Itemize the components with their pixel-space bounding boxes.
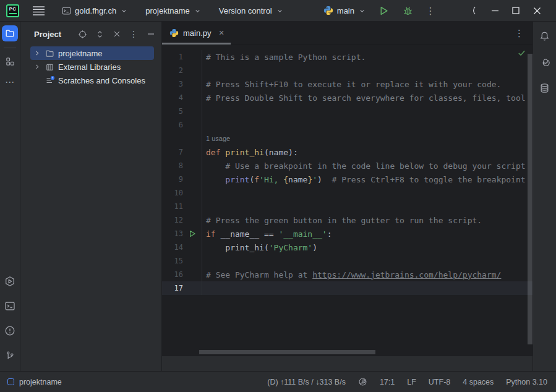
inspection-ok-icon[interactable] [517, 48, 526, 58]
locate-icon[interactable] [78, 30, 87, 39]
maximize-button[interactable] [505, 7, 526, 14]
editor-gutter[interactable]: 8 [162, 159, 202, 173]
editor-gutter[interactable]: 14 [162, 241, 202, 254]
chevron-right-icon[interactable] [33, 62, 41, 72]
code-text[interactable] [202, 186, 532, 200]
code-text[interactable]: # Press Double Shift to search everywher… [202, 91, 532, 104]
hide-panel-icon[interactable] [147, 30, 155, 38]
run-line-icon[interactable] [183, 230, 202, 237]
crescent-icon[interactable] [463, 6, 484, 15]
modules-icon[interactable] [2, 53, 18, 69]
code-line[interactable]: 10 [162, 186, 532, 200]
editor-viewport[interactable]: 1# This is a sample Python script.23# Pr… [162, 45, 532, 356]
code-line[interactable]: 5 [162, 104, 532, 118]
code-text[interactable] [202, 254, 532, 268]
transfer-speed-widget[interactable]: (D) ↑111 B/s / ↓313 B/s [267, 378, 346, 386]
code-text[interactable]: print(f'Hi, {name}') # Press Ctrl+F8 to … [202, 173, 532, 186]
editor-gutter[interactable]: 15 [162, 254, 202, 268]
editor-gutter[interactable]: 13 [162, 227, 202, 241]
indent-widget[interactable]: 4 spaces [463, 378, 494, 386]
editor-gutter[interactable]: 11 [162, 200, 202, 213]
status-project-widget[interactable]: projektname [7, 378, 62, 386]
encoding-widget[interactable]: UTF-8 [429, 378, 450, 386]
chevron-right-icon[interactable] [33, 48, 41, 58]
run-config-selector[interactable]: main [320, 3, 370, 18]
code-line[interactable]: 2 [162, 64, 532, 77]
editor-gutter[interactable]: 17 [162, 281, 202, 295]
tab-main-py[interactable]: main.py ✕ [162, 22, 231, 45]
code-line[interactable]: 13if __name__ == '__main__': [162, 227, 532, 241]
code-text[interactable] [202, 118, 532, 132]
database-icon[interactable] [537, 80, 553, 96]
code-line[interactable]: 8 # Use a breakpoint in the code line be… [162, 159, 532, 173]
line-ending-widget[interactable]: LF [407, 378, 416, 386]
problems-icon[interactable] [2, 323, 18, 339]
close-button[interactable] [526, 7, 547, 15]
code-text[interactable]: # Press the green button in the gutter t… [202, 213, 532, 227]
code-text[interactable] [202, 64, 532, 77]
code-text[interactable] [202, 104, 532, 118]
expand-collapse-icon[interactable] [95, 30, 105, 39]
debug-button[interactable] [399, 3, 417, 19]
editor-gutter[interactable]: 7 [162, 145, 202, 159]
code-line[interactable]: 17 [162, 281, 532, 295]
code-text[interactable]: if __name__ == '__main__': [202, 227, 532, 241]
vcs-selector[interactable]: Version control [215, 4, 288, 18]
code-line[interactable]: 9 print(f'Hi, {name}') # Press Ctrl+F8 t… [162, 173, 532, 186]
code-text[interactable] [202, 281, 532, 295]
minimize-button[interactable] [484, 7, 505, 15]
tree-item-external-libraries[interactable]: External Libraries [30, 60, 154, 74]
code-line[interactable]: 7def print_hi(name): [162, 145, 532, 159]
code-line[interactable]: 1# This is a sample Python script. [162, 50, 532, 64]
code-line[interactable]: 15 [162, 254, 532, 268]
tab-close-icon[interactable]: ✕ [219, 29, 225, 37]
code-text[interactable]: # Press Shift+F10 to execute it or repla… [202, 77, 532, 91]
interpreter-widget[interactable]: Python 3.10 [506, 378, 547, 386]
editor-gutter[interactable]: 16 [162, 268, 202, 281]
code-text[interactable]: print_hi('PyCharm') [202, 241, 532, 254]
editor-gutter[interactable]: 10 [162, 186, 202, 200]
services-icon[interactable] [2, 273, 18, 289]
code-text[interactable]: # This is a sample Python script. [202, 50, 532, 64]
horizontal-scrollbar[interactable] [199, 350, 375, 354]
editor-gutter[interactable]: 12 [162, 213, 202, 227]
more-tools-icon[interactable]: ⋯ [2, 74, 18, 90]
code-line[interactable]: 6 [162, 118, 532, 132]
editor-gutter[interactable]: 5 [162, 104, 202, 118]
ai-assistant-icon[interactable] [537, 54, 553, 70]
inlay-hint-row[interactable]: 1 usage [162, 132, 532, 145]
tree-item-projektname[interactable]: projektname [30, 46, 154, 60]
kebab-icon[interactable]: ⋮ [422, 2, 440, 19]
code-text[interactable]: # See PyCharm help at https://www.jetbra… [202, 268, 532, 281]
collapse-all-icon[interactable] [113, 30, 121, 38]
project-tool-icon[interactable] [2, 25, 18, 41]
editor-gutter[interactable]: 9 [162, 173, 202, 186]
editor-gutter[interactable]: 1 [162, 50, 202, 64]
editor-gutter[interactable]: 6 [162, 118, 202, 132]
run-button[interactable] [375, 3, 393, 19]
version-control-icon[interactable] [2, 347, 18, 364]
editor-gutter[interactable]: 3 [162, 77, 202, 91]
notifications-icon[interactable] [537, 28, 553, 44]
usages-inlay-hint[interactable]: 1 usage [206, 135, 230, 142]
caret-position-widget[interactable]: 17:1 [380, 378, 395, 386]
code-line[interactable]: 11 [162, 200, 532, 213]
panel-options-icon[interactable]: ⋮ [129, 29, 139, 39]
hamburger-icon[interactable] [29, 4, 48, 18]
code-line[interactable]: 3# Press Shift+F10 to execute it or repl… [162, 77, 532, 91]
editor-gutter[interactable]: 2 [162, 64, 202, 77]
tree-item-scratches-and-consoles[interactable]: Scratches and Consoles [30, 74, 154, 87]
code-line[interactable]: 16# See PyCharm help at https://www.jetb… [162, 268, 532, 281]
ai-status-icon[interactable] [358, 377, 367, 386]
project-selector[interactable]: gold.fhgr.ch [58, 4, 132, 18]
code-text[interactable] [202, 200, 532, 213]
editor-options-icon[interactable]: ⋮ [515, 28, 524, 39]
module-selector[interactable]: projektname [142, 4, 205, 18]
vertical-scrollbar[interactable] [528, 54, 532, 344]
code-line[interactable]: 4# Press Double Shift to search everywhe… [162, 91, 532, 104]
code-text[interactable]: def print_hi(name): [202, 145, 532, 159]
editor-gutter[interactable]: 4 [162, 91, 202, 104]
code-text[interactable]: 1 usage [202, 132, 532, 145]
editor-gutter[interactable] [162, 132, 202, 145]
code-text[interactable]: # Use a breakpoint in the code line belo… [202, 159, 532, 173]
